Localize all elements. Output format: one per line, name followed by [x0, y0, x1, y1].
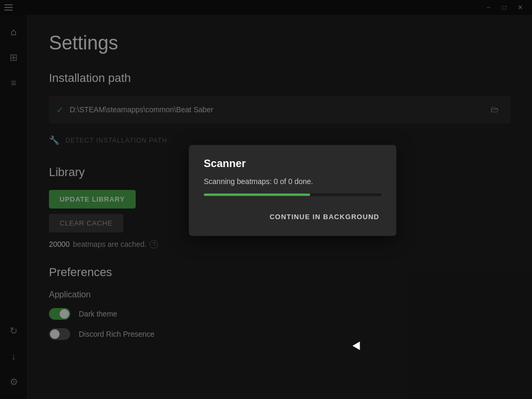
scanner-status: Scanning beatmaps: 0 of 0 done. [204, 177, 381, 186]
scanner-title: Scanner [204, 157, 381, 170]
scanner-dialog: Scanner Scanning beatmaps: 0 of 0 done. … [189, 145, 396, 236]
progress-bar-background [204, 193, 381, 196]
continue-background-button[interactable]: CONTINUE IN BACKGROUND [268, 209, 381, 225]
progress-bar-fill [204, 193, 310, 196]
scanner-actions: CONTINUE IN BACKGROUND [204, 209, 381, 225]
